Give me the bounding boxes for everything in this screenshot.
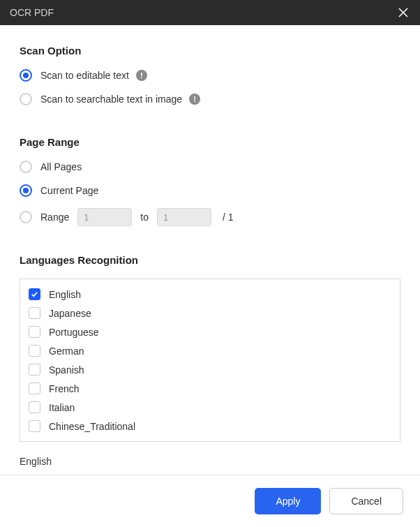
languages-title: Languages Recognition	[20, 254, 400, 266]
range-total: / 1	[223, 211, 234, 223]
radio-label: Scan to editable text	[40, 70, 129, 81]
radio-icon	[20, 161, 32, 173]
selected-languages: English	[20, 456, 400, 474]
page-range-section: Page Range All Pages Current Page Range …	[20, 136, 400, 236]
language-label: French	[49, 383, 80, 394]
checkbox-icon	[29, 420, 40, 432]
radio-icon	[20, 69, 32, 82]
checkbox-icon	[29, 326, 40, 338]
info-icon[interactable]: !	[136, 70, 147, 81]
language-item[interactable]: Italian	[20, 398, 400, 417]
radio-icon	[20, 93, 32, 105]
language-label: Chinese_Traditional	[49, 421, 135, 432]
range-to-input[interactable]	[157, 208, 211, 226]
language-label: Japanese	[49, 308, 91, 319]
range-to-label: to	[140, 211, 149, 223]
radio-scan-editable[interactable]: Scan to editable text !	[20, 69, 400, 82]
language-label: English	[49, 289, 81, 300]
page-range-title: Page Range	[20, 136, 400, 148]
dialog-footer: Apply Cancel	[0, 475, 420, 527]
radio-label: Range	[40, 211, 69, 223]
radio-label: Scan to searchable text in image	[40, 94, 182, 105]
radio-range[interactable]: Range to / 1	[20, 208, 400, 226]
languages-list[interactable]: EnglishJapanesePortugueseGermanSpanishFr…	[20, 279, 400, 441]
language-item[interactable]: English	[20, 285, 400, 304]
language-item[interactable]: Chinese_Traditional	[20, 417, 400, 436]
radio-scan-searchable[interactable]: Scan to searchable text in image !	[20, 93, 400, 105]
radio-icon	[20, 211, 32, 223]
radio-all-pages[interactable]: All Pages	[20, 161, 400, 173]
language-label: Italian	[49, 402, 75, 413]
radio-current-page[interactable]: Current Page	[20, 184, 400, 197]
checkbox-icon	[29, 401, 40, 413]
dialog-title: OCR PDF	[10, 7, 54, 18]
checkbox-icon	[29, 288, 40, 300]
info-icon[interactable]: !	[189, 94, 200, 105]
radio-icon	[20, 184, 32, 197]
cancel-button[interactable]: Cancel	[329, 488, 403, 514]
dialog-content: Scan Option Scan to editable text ! Scan…	[0, 25, 420, 475]
range-from-input[interactable]	[77, 208, 132, 226]
language-item[interactable]: Japanese	[20, 304, 400, 322]
radio-label: Current Page	[40, 185, 98, 196]
language-item[interactable]: Portuguese	[20, 322, 400, 341]
language-item[interactable]: Spanish	[20, 360, 400, 379]
radio-label: All Pages	[40, 161, 82, 172]
scan-option-title: Scan Option	[20, 45, 400, 57]
titlebar: OCR PDF	[0, 0, 420, 25]
languages-list-container: EnglishJapanesePortugueseGermanSpanishFr…	[20, 279, 400, 442]
close-icon[interactable]	[396, 6, 410, 20]
language-label: German	[49, 346, 84, 357]
apply-button[interactable]: Apply	[255, 488, 321, 514]
checkbox-icon	[29, 345, 40, 357]
language-label: Spanish	[49, 364, 84, 376]
language-item[interactable]: French	[20, 379, 400, 398]
language-label: Portuguese	[49, 327, 99, 338]
checkbox-icon	[29, 383, 40, 394]
checkbox-icon	[29, 364, 40, 376]
language-item[interactable]: German	[20, 341, 400, 360]
checkbox-icon	[29, 307, 40, 319]
languages-section: Languages Recognition EnglishJapanesePor…	[20, 254, 400, 468]
